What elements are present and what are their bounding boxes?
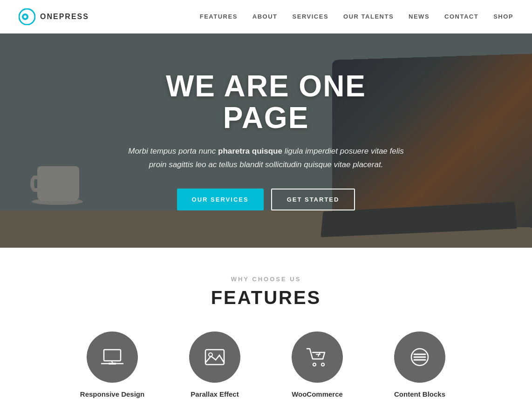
nav-item-services[interactable]: SERVICES — [293, 13, 329, 20]
svg-point-9 — [313, 363, 316, 366]
features-grid: Responsive Design Parallax Effect — [19, 331, 513, 398]
logo[interactable]: ONEPRESS — [19, 8, 89, 25]
cart-icon — [306, 346, 328, 368]
nav-item-talents[interactable]: OUR TALENTS — [343, 13, 394, 20]
nav-item-contact[interactable]: CONTACT — [444, 13, 478, 20]
svg-rect-3 — [104, 350, 121, 361]
get-started-button[interactable]: GET STARTED — [271, 189, 355, 210]
our-services-button[interactable]: OUR SERVICES — [177, 189, 264, 210]
feature-label-woocommerce: WooCommerce — [292, 390, 343, 398]
features-subtitle: WHY CHOOSE US — [19, 276, 513, 283]
features-title: FEATURES — [19, 287, 513, 308]
feature-label-content-blocks: Content Blocks — [394, 390, 445, 398]
feature-icon-bg-parallax — [189, 331, 240, 383]
hero-subtitle-plain: Morbi tempus porta nunc — [128, 147, 218, 156]
feature-icon-bg-woocommerce — [292, 331, 343, 383]
image-icon — [204, 346, 226, 368]
logo-icon — [19, 8, 35, 25]
lines-icon — [409, 346, 431, 368]
hero-content: WE ARE ONE PAGE Morbi tempus porta nunc … — [103, 71, 429, 210]
nav-item-news[interactable]: NEWS — [409, 13, 430, 20]
svg-rect-7 — [205, 350, 224, 365]
hero-subtitle-bold: pharetra quisque — [218, 147, 282, 156]
main-nav: FEATURES ABOUT SERVICES OUR TALENTS NEWS… — [200, 13, 513, 20]
feature-item-woocommerce: WooCommerce — [280, 331, 355, 398]
nav-item-shop[interactable]: SHOP — [493, 13, 513, 20]
feature-label-responsive: Responsive Design — [80, 390, 144, 398]
hero-title: WE ARE ONE PAGE — [122, 71, 410, 133]
nav-item-features[interactable]: FEATURES — [200, 13, 238, 20]
site-header: ONEPRESS FEATURES ABOUT SERVICES OUR TAL… — [0, 0, 532, 34]
feature-label-parallax: Parallax Effect — [191, 390, 239, 398]
laptop-icon — [101, 346, 123, 368]
feature-icon-bg-content-blocks — [394, 331, 445, 383]
hero-section: WE ARE ONE PAGE Morbi tempus porta nunc … — [0, 34, 532, 248]
nav-item-about[interactable]: ABOUT — [252, 13, 278, 20]
logo-text: ONEPRESS — [40, 13, 89, 21]
svg-point-2 — [24, 15, 27, 18]
feature-item-parallax: Parallax Effect — [177, 331, 252, 398]
feature-item-content-blocks: Content Blocks — [382, 331, 457, 398]
feature-item-responsive: Responsive Design — [75, 331, 150, 398]
feature-icon-bg-responsive — [87, 331, 138, 383]
svg-point-10 — [321, 363, 324, 366]
features-section: WHY CHOOSE US FEATURES Responsive Design — [0, 248, 532, 399]
hero-buttons: OUR SERVICES GET STARTED — [122, 189, 410, 210]
hero-subtitle: Morbi tempus porta nunc pharetra quisque… — [122, 145, 410, 172]
